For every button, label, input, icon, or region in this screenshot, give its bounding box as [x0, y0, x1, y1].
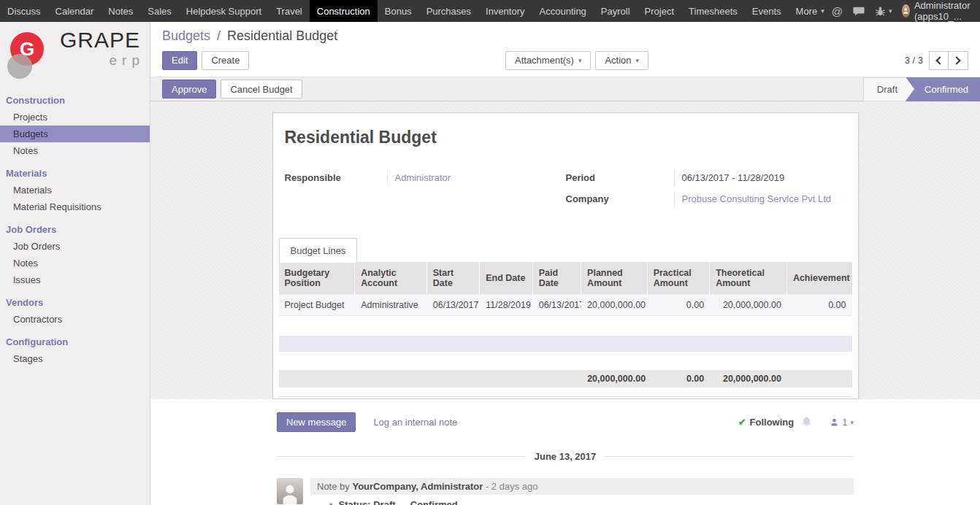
- column-theoretical-amount: Theoretical Amount: [710, 262, 787, 294]
- message-text: Status: Draft → Confirmed: [339, 499, 458, 505]
- date-separator-label: June 13, 2017: [535, 451, 597, 462]
- followers-dropdown[interactable]: 1 ▾: [830, 417, 854, 428]
- responsible-value[interactable]: Administrator: [387, 171, 566, 185]
- menu-construction[interactable]: Construction: [310, 0, 378, 22]
- followers-count: 1: [842, 417, 847, 428]
- sidebar-heading-configuration[interactable]: Configuration: [0, 332, 150, 350]
- cell-end-date[interactable]: 11/28/2019: [480, 294, 532, 316]
- top-navbar: Discuss Calendar Notes Sales Helpdesk Su…: [0, 0, 980, 22]
- sidebar-item-budgets[interactable]: Budgets: [0, 126, 150, 142]
- cell-start-date[interactable]: 06/13/2017: [427, 294, 480, 316]
- menu-discuss[interactable]: Discuss: [0, 0, 48, 22]
- menu-notes[interactable]: Notes: [101, 0, 140, 22]
- status-step-draft[interactable]: Draft: [863, 77, 914, 101]
- menu-more[interactable]: More▾: [789, 0, 832, 22]
- action-label: Action: [605, 55, 631, 66]
- sidebar-item-materials[interactable]: Materials: [0, 182, 150, 198]
- column-end-date: End Date: [480, 262, 532, 294]
- menu-inventory[interactable]: Inventory: [478, 0, 532, 22]
- status-step-confirmed[interactable]: Confirmed: [906, 77, 980, 101]
- separator-line: [605, 456, 854, 457]
- cell-theoretical-amount[interactable]: 20,000,000.00: [710, 294, 787, 316]
- chat-bubble-icon[interactable]: [853, 7, 865, 16]
- user-name: Administrator (apps10_...: [914, 0, 976, 22]
- logo-sub: erp: [60, 53, 145, 69]
- menu-sales[interactable]: Sales: [140, 0, 179, 22]
- column-achievement: Achievement: [787, 262, 852, 294]
- menu-travel[interactable]: Travel: [269, 0, 310, 22]
- form-sheet: Residential Budget Responsible Administr…: [272, 112, 859, 399]
- follow-group: ✔ Following 1 ▾: [738, 416, 854, 429]
- menu-payroll[interactable]: Payroll: [594, 0, 638, 22]
- user-avatar: [902, 4, 909, 18]
- sidebar-item-stages[interactable]: Stages: [0, 350, 150, 367]
- field-responsible: Responsible Administrator: [285, 171, 566, 188]
- approve-button[interactable]: Approve: [162, 80, 216, 99]
- pager-previous-button[interactable]: [929, 51, 949, 70]
- cell-practical-amount[interactable]: 0.00: [648, 294, 711, 316]
- total-theoretical-amount: 20,000,000.00: [710, 370, 787, 388]
- cell-achievement[interactable]: 0.00: [787, 294, 852, 316]
- logo-text: GRAPE erp: [60, 29, 145, 69]
- message-prefix: Note by: [317, 481, 352, 492]
- sidebar-section-job-orders: Job Orders Job Orders Notes Issues: [0, 220, 150, 288]
- breadcrumb: Budgets / Residential Budget: [162, 28, 968, 44]
- following-label: Following: [750, 417, 795, 428]
- menu-calendar[interactable]: Calendar: [48, 0, 102, 22]
- cell-planned-amount[interactable]: 20,000,000.00: [581, 294, 648, 316]
- sidebar-heading-materials[interactable]: Materials: [0, 163, 150, 182]
- cell-paid-date[interactable]: 06/13/2017: [533, 294, 581, 316]
- pager-next-button[interactable]: [949, 51, 968, 70]
- breadcrumb-budgets[interactable]: Budgets: [162, 28, 210, 43]
- sidebar-item-projects[interactable]: Projects: [0, 109, 150, 126]
- cancel-budget-button[interactable]: Cancel Budget: [221, 80, 302, 99]
- bullet-icon: •: [329, 499, 333, 505]
- total-practical-amount: 0.00: [648, 370, 711, 388]
- sidebar-section-vendors: Vendors Contractors: [0, 293, 150, 328]
- cell-analytic-account[interactable]: Administrative: [355, 294, 427, 316]
- total-empty: [279, 370, 582, 388]
- field-column-left: Responsible Administrator: [285, 171, 566, 209]
- menu-accounting[interactable]: Accounting: [532, 0, 594, 22]
- message-body: Note by YourCompany, Administrator - 2 d…: [310, 478, 854, 505]
- logo-gray-circle: [7, 54, 32, 79]
- cell-budgetary-position[interactable]: Project Budget: [279, 294, 356, 316]
- sidebar-item-material-requisitions[interactable]: Material Requisitions: [0, 198, 150, 215]
- sidebar-item-job-orders[interactable]: Job Orders: [0, 238, 150, 255]
- author-avatar: [277, 478, 303, 504]
- sidebar-heading-construction[interactable]: Construction: [0, 90, 150, 109]
- create-button[interactable]: Create: [202, 51, 249, 70]
- menu-events[interactable]: Events: [745, 0, 789, 22]
- field-period: Period 06/13/2017 - 11/28/2019: [566, 171, 846, 188]
- company-value[interactable]: Probuse Consulting Service Pvt Ltd: [674, 192, 846, 207]
- menu-helpdesk-support[interactable]: Helpdesk Support: [179, 0, 269, 22]
- check-icon: ✔: [738, 417, 746, 428]
- sidebar-heading-job-orders[interactable]: Job Orders: [0, 220, 150, 238]
- menu-purchases[interactable]: Purchases: [419, 0, 478, 22]
- user-menu[interactable]: Administrator (apps10_...: [902, 0, 976, 22]
- menu-bonus[interactable]: Bonus: [378, 0, 419, 22]
- status-steps: Draft Confirmed: [863, 77, 980, 101]
- column-paid-date: Paid Date: [533, 262, 581, 294]
- tab-budget-lines[interactable]: Budget Lines: [279, 238, 358, 263]
- sidebar-heading-vendors[interactable]: Vendors: [0, 293, 150, 311]
- debug-bug-icon[interactable]: ▾: [875, 6, 892, 17]
- attachments-dropdown-button[interactable]: Attachment(s)▾: [505, 51, 591, 70]
- sidebar-item-contractors[interactable]: Contractors: [0, 311, 150, 328]
- menu-timesheets[interactable]: Timesheets: [681, 0, 745, 22]
- log-internal-note-link[interactable]: Log an internal note: [373, 417, 457, 428]
- record-pager: 3 / 3: [905, 51, 968, 70]
- new-message-button[interactable]: New message: [277, 412, 356, 432]
- menu-project[interactable]: Project: [638, 0, 681, 22]
- following-button[interactable]: ✔ Following: [738, 417, 795, 428]
- action-dropdown-button[interactable]: Action▾: [595, 51, 648, 70]
- sidebar-item-job-notes[interactable]: Notes: [0, 255, 150, 271]
- sidebar-item-notes[interactable]: Notes: [0, 142, 150, 159]
- app-logo: G GRAPE erp: [0, 22, 150, 86]
- bell-icon[interactable]: [801, 416, 812, 429]
- edit-button[interactable]: Edit: [162, 51, 197, 70]
- chevron-down-icon: ▾: [578, 57, 582, 64]
- sidebar-item-issues[interactable]: Issues: [0, 271, 150, 288]
- breadcrumb-current: Residential Budget: [227, 28, 337, 43]
- mentions-icon[interactable]: @: [832, 5, 843, 18]
